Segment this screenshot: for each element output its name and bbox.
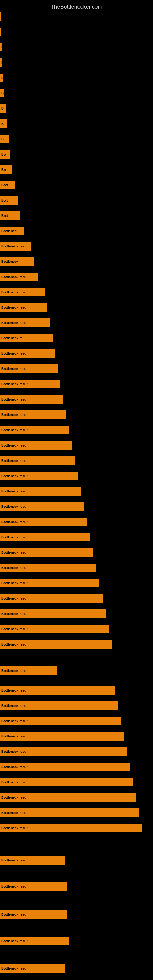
bar-row-12: Bolt: [0, 196, 153, 205]
bar-row-13: Bott: [0, 211, 153, 220]
bar-17: Bottleneck resu: [0, 272, 38, 281]
bar-row-31: Bottleneck result: [0, 487, 153, 495]
bar-label-31: Bottleneck result: [1, 489, 29, 493]
bar-label-57: Bottleneck result: [1, 967, 29, 970]
bar-row-6: B: [0, 104, 153, 113]
bar-27: Bottleneck result: [0, 426, 69, 434]
bar-label-2: E: [1, 45, 2, 49]
bar-label-4: E: [1, 76, 3, 80]
bar-32: Bottleneck result: [0, 502, 84, 511]
bar-label-38: Bottleneck result: [1, 597, 29, 600]
bar-label-44: Bottleneck result: [1, 704, 29, 708]
bar-8: B: [0, 135, 9, 143]
bar-43: Bottleneck result: [0, 686, 115, 695]
bar-row-10: Bo: [0, 165, 153, 174]
bar-row-3: E: [0, 58, 153, 67]
bar-label-30: Bottleneck result: [1, 474, 29, 478]
bar-row-18: Bottleneck result: [0, 288, 153, 296]
bar-row-30: Bottleneck result: [0, 472, 153, 480]
bar-label-52: Bottleneck result: [1, 826, 29, 830]
bar-55: Bottleneck result: [0, 910, 67, 919]
bar-label-6: B: [1, 107, 4, 110]
bar-41: Bottleneck result: [0, 640, 112, 649]
bar-38: Bottleneck result: [0, 594, 102, 603]
bar-15: Bottleneck res: [0, 242, 30, 250]
bar-3: E: [0, 58, 2, 67]
bar-row-46: Bottleneck result: [0, 732, 153, 740]
bar-22: Bottleneck result: [0, 349, 55, 358]
bar-row-15: Bottleneck res: [0, 242, 153, 250]
bar-5: B: [0, 89, 4, 97]
bar-42: Bottleneck result: [0, 667, 57, 675]
bar-56: Bottleneck result: [0, 937, 69, 945]
bar-49: Bottleneck result: [0, 778, 133, 786]
bar-34: Bottleneck result: [0, 533, 90, 541]
bar-31: Bottleneck result: [0, 487, 81, 495]
bar-row-52: Bottleneck result: [0, 824, 153, 832]
bar-row-41: Bottleneck result: [0, 640, 153, 649]
bar-row-56: Bottleneck result: [0, 937, 153, 945]
bar-row-42: Bottleneck result: [0, 667, 153, 675]
bar-label-50: Bottleneck result: [1, 795, 29, 799]
bar-row-47: Bottleneck result: [0, 747, 153, 756]
bar-label-49: Bottleneck result: [1, 780, 29, 784]
bar-label-47: Bottleneck result: [1, 750, 29, 753]
bar-16: Bottleneck: [0, 257, 33, 266]
bar-row-36: Bottleneck result: [0, 563, 153, 572]
bar-25: Bottleneck result: [0, 395, 63, 404]
bar-13: Bott: [0, 211, 20, 220]
bar-label-27: Bottleneck result: [1, 428, 29, 432]
bar-row-39: Bottleneck result: [0, 609, 153, 618]
bar-label-29: Bottleneck result: [1, 459, 29, 463]
bar-label-15: Bottleneck res: [1, 244, 24, 248]
bar-row-40: Bottleneck result: [0, 625, 153, 633]
bar-29: Bottleneck result: [0, 456, 75, 465]
bar-row-9: Bo: [0, 150, 153, 159]
bar-label-22: Bottleneck result: [1, 352, 29, 355]
site-title: TheBottlenecker.com: [0, 1, 153, 13]
bar-9: Bo: [0, 150, 10, 159]
bar-label-35: Bottleneck result: [1, 550, 29, 554]
bar-row-22: Bottleneck result: [0, 349, 153, 358]
bar-row-4: E: [0, 73, 153, 82]
bar-row-23: Bottleneck resu: [0, 364, 153, 373]
bar-label-19: Bottleneck resu: [1, 305, 27, 309]
bar-row-37: Bottleneck result: [0, 579, 153, 587]
bar-label-18: Bottleneck result: [1, 290, 29, 294]
bar-label-36: Bottleneck result: [1, 566, 29, 570]
bar-row-2: E: [0, 43, 153, 51]
bar-label-23: Bottleneck resu: [1, 367, 27, 371]
bar-row-32: Bottleneck result: [0, 502, 153, 511]
bar-row-27: Bottleneck result: [0, 426, 153, 434]
bar-label-5: B: [1, 91, 4, 95]
bar-row-57: Bottleneck result: [0, 964, 153, 973]
bar-24: Bottleneck result: [0, 380, 60, 388]
bar-label-11: Bott: [1, 183, 8, 187]
bar-47: Bottleneck result: [0, 747, 127, 756]
bar-row-48: Bottleneck result: [0, 762, 153, 771]
bar-row-38: Bottleneck result: [0, 594, 153, 603]
bar-48: Bottleneck result: [0, 762, 130, 771]
bar-1: [0, 27, 1, 36]
bar-label-10: Bo: [1, 168, 6, 172]
bar-label-16: Bottleneck: [1, 260, 18, 263]
bar-36: Bottleneck result: [0, 563, 96, 572]
bar-label-26: Bottleneck result: [1, 413, 29, 417]
bar-19: Bottleneck resu: [0, 303, 48, 312]
bar-label-51: Bottleneck result: [1, 811, 29, 815]
bar-45: Bottleneck result: [0, 717, 121, 725]
bar-row-44: Bottleneck result: [0, 701, 153, 710]
bar-label-45: Bottleneck result: [1, 719, 29, 723]
bar-26: Bottleneck result: [0, 410, 66, 419]
bar-label-56: Bottleneck result: [1, 939, 29, 943]
bar-35: Bottleneck result: [0, 548, 93, 557]
bar-label-25: Bottleneck result: [1, 398, 29, 401]
bar-10: Bo: [0, 165, 12, 174]
bar-30: Bottleneck result: [0, 472, 78, 480]
bar-label-53: Bottleneck result: [1, 858, 29, 862]
bar-50: Bottleneck result: [0, 793, 136, 802]
bar-row-21: Bottleneck re: [0, 334, 153, 342]
bar-row-49: Bottleneck result: [0, 778, 153, 786]
bar-23: Bottleneck resu: [0, 364, 57, 373]
bar-row-24: Bottleneck result: [0, 380, 153, 388]
